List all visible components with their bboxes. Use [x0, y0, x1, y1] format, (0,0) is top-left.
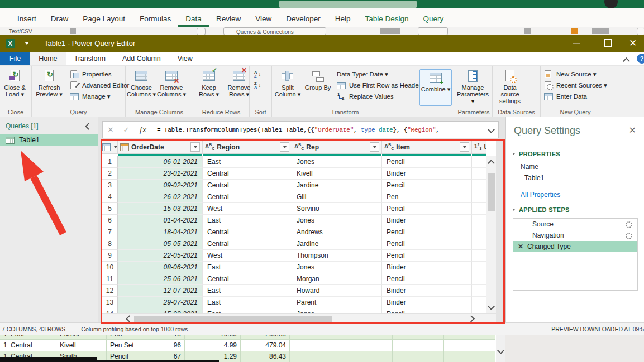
queries-connections-button[interactable]: Queries & Connections	[223, 27, 326, 35]
select-all-cell[interactable]	[102, 141, 118, 154]
scroll-left-icon[interactable]	[125, 314, 134, 323]
combine-button[interactable]: +Combine ▾	[419, 69, 452, 106]
grid-cell[interactable]: Binder	[382, 285, 472, 297]
excel-search-box[interactable]	[279, 1, 417, 8]
minimize-button[interactable]	[565, 35, 588, 52]
filter-icon[interactable]	[460, 142, 469, 152]
excel-menu-tab-developer[interactable]: Developer	[279, 11, 328, 27]
applied-step-navigation[interactable]: Navigation	[513, 230, 637, 241]
grid-cell[interactable]: 25-06-2021	[118, 273, 203, 285]
expand-formula-icon[interactable]	[484, 122, 498, 138]
grid-cell[interactable]: Jardine	[292, 180, 382, 191]
pqe-tab-home[interactable]: Home	[30, 52, 65, 65]
row-number[interactable]: 11	[102, 273, 118, 285]
pqe-tab-add-column[interactable]: Add Column	[114, 52, 169, 65]
excel-menu-tab-data[interactable]: Data	[178, 11, 209, 27]
grid-cell[interactable]: West	[203, 203, 292, 215]
grid-cell[interactable]	[472, 262, 486, 273]
column-header-rep[interactable]: ABCRep	[292, 141, 382, 154]
commit-formula-icon[interactable]: ✓	[118, 122, 134, 138]
group-by-button[interactable]: Group By	[303, 68, 332, 98]
cancel-formula-icon[interactable]: ✕	[103, 122, 118, 138]
refresh-preview-button[interactable]: ↻Refresh Preview ▾	[33, 68, 65, 98]
grid-cell[interactable]	[472, 250, 486, 262]
quick-access-dropdown-icon[interactable]	[25, 42, 29, 45]
grid-cell[interactable]	[472, 308, 486, 313]
grid-cell[interactable]: Jones	[292, 308, 382, 313]
sort-ascending-button[interactable]: AZ↓	[254, 70, 261, 78]
applied-step-changed-type[interactable]: ✕Changed Type	[513, 241, 637, 252]
grid-cell[interactable]: 01-04-2021	[118, 215, 203, 226]
pqe-titlebar[interactable]: X Table1 - Power Query Editor	[0, 35, 644, 52]
grid-cell[interactable]	[472, 226, 486, 238]
pqe-tab-view[interactable]: View	[169, 52, 201, 65]
grid-cell[interactable]: Jones	[292, 262, 382, 273]
grid-cell[interactable]: Pencil	[382, 238, 472, 250]
grid-cell[interactable]: 05-05-2021	[118, 238, 203, 250]
all-properties-link[interactable]: All Properties	[521, 191, 560, 199]
grid-cell[interactable]	[472, 191, 486, 203]
grid-cell[interactable]: Thompson	[292, 250, 382, 262]
profiling-status[interactable]: Column profiling based on top 1000 rows	[81, 326, 188, 332]
grid-cell[interactable]: 26-02-2021	[118, 191, 203, 203]
grid-cell[interactable]: 06-01-2021	[118, 156, 203, 168]
use-first-row-as-headers-button[interactable]: Use First Row as Headers ▾	[337, 81, 429, 90]
close-pane-icon[interactable]: ✕	[629, 126, 636, 135]
horizontal-scroll-thumb[interactable]	[134, 316, 332, 322]
collapse-pane-icon[interactable]	[85, 123, 92, 130]
data-type-button[interactable]: Data Type: Date ▾	[337, 70, 429, 79]
grid-cell[interactable]: Howard	[292, 285, 382, 297]
grid-cell[interactable]: Pencil	[382, 250, 472, 262]
grid-cell[interactable]: Central	[203, 191, 292, 203]
excel-menu-tab-draw[interactable]: Draw	[44, 11, 76, 27]
row-number[interactable]: 14	[102, 308, 118, 313]
formula-input[interactable]: = Table.TransformColumnTypes(Table1_Tabl…	[151, 122, 484, 138]
grid-cell[interactable]: 18-04-2021	[118, 226, 203, 238]
excel-menu-tab-review[interactable]: Review	[209, 11, 248, 27]
grid-cell[interactable]: Kivell	[292, 168, 382, 180]
collapse-section-icon[interactable]	[513, 153, 516, 156]
grid-cell[interactable]: Andrews	[292, 226, 382, 238]
grid-vertical-scrollbar[interactable]	[486, 156, 496, 313]
delete-step-icon[interactable]: ✕	[518, 243, 523, 250]
recent-sources-button[interactable]: Recent Sources ▾	[544, 81, 607, 90]
data-source-settings-button[interactable]: Data source settings	[494, 68, 526, 104]
collapse-section-icon[interactable]	[513, 209, 516, 211]
row-number[interactable]: 10	[102, 262, 118, 273]
vertical-scroll-thumb[interactable]	[488, 173, 495, 211]
grid-cell[interactable]: Binder	[382, 168, 472, 180]
grid-cell[interactable]: Sorvino	[292, 203, 382, 215]
close-window-button[interactable]: ✕	[622, 35, 644, 52]
grid-cell[interactable]	[472, 180, 486, 191]
advanced-editor-button[interactable]: Advanced Editor	[70, 81, 129, 90]
grid-cell[interactable]: East	[203, 308, 292, 313]
query-name-input[interactable]	[521, 172, 642, 184]
grid-cell[interactable]	[472, 273, 486, 285]
column-header-region[interactable]: ABCRegion	[203, 141, 292, 154]
grid-cell[interactable]: Gill	[292, 191, 382, 203]
remove-columns-button[interactable]: ✕Remove Columns ▾	[157, 68, 186, 98]
grid-cell[interactable]: Parent	[292, 297, 382, 308]
excel-menu-tab-query[interactable]: Query	[416, 11, 451, 27]
new-source-button[interactable]: New Source ▾	[544, 70, 607, 79]
row-number[interactable]: 6	[102, 215, 118, 226]
text-csv-label[interactable]: Text/CSV	[9, 28, 32, 35]
grid-cell[interactable]	[472, 203, 486, 215]
grid-cell[interactable]: Binder	[382, 297, 472, 308]
row-number[interactable]: 12	[102, 285, 118, 297]
scroll-down-icon[interactable]	[486, 302, 496, 311]
excel-menu-tab-insert[interactable]: Insert	[10, 11, 44, 27]
grid-cell[interactable]: Central	[203, 238, 292, 250]
step-settings-gear-icon[interactable]	[626, 233, 632, 239]
row-number[interactable]: 13	[102, 297, 118, 308]
grid-cell[interactable]: Pencil	[382, 203, 472, 215]
excel-menu-tab-view[interactable]: View	[248, 11, 279, 27]
grid-cell[interactable]: East	[203, 156, 292, 168]
grid-cell[interactable]: Pencil	[382, 180, 472, 191]
grid-cell[interactable]: Jones	[292, 156, 382, 168]
filter-icon[interactable]	[190, 142, 200, 152]
excel-menu-tab-page-layout[interactable]: Page Layout	[75, 11, 132, 27]
close-and-load-button[interactable]: ↻Close & Load ▾	[1, 68, 28, 98]
row-number[interactable]: 3	[102, 180, 118, 191]
grid-cell[interactable]: Pencil	[382, 308, 472, 313]
